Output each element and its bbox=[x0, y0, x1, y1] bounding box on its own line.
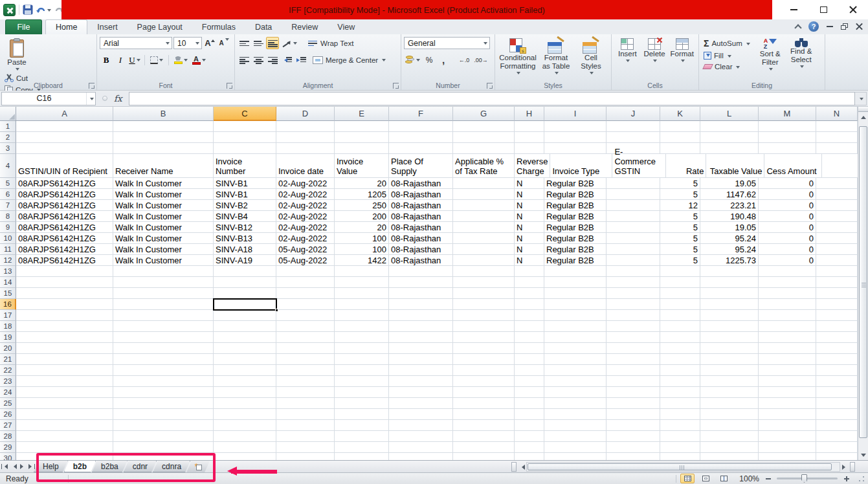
cell-C4[interactable]: Invoice Number bbox=[214, 154, 276, 178]
cell-F29[interactable] bbox=[389, 442, 453, 453]
cell-M16[interactable] bbox=[759, 299, 816, 310]
cell-J24[interactable] bbox=[606, 387, 660, 398]
cell-D15[interactable] bbox=[276, 288, 335, 299]
cell-J9[interactable] bbox=[606, 222, 660, 233]
cell-J25[interactable] bbox=[606, 398, 660, 409]
page-break-view-button[interactable] bbox=[717, 474, 731, 483]
cell-L16[interactable] bbox=[700, 299, 759, 310]
cell-D6[interactable]: 02-Aug-2022 bbox=[276, 189, 335, 200]
tab-split-handle[interactable] bbox=[850, 462, 855, 472]
cell-B17[interactable] bbox=[113, 310, 214, 321]
cell-I27[interactable] bbox=[544, 420, 606, 431]
cell-I29[interactable] bbox=[544, 442, 606, 453]
row-header-20[interactable]: 20 bbox=[0, 343, 16, 354]
cell-G28[interactable] bbox=[453, 431, 515, 442]
cell-D30[interactable] bbox=[276, 453, 335, 460]
cell-B12[interactable]: Walk In Customer bbox=[113, 255, 214, 266]
cell-M22[interactable] bbox=[759, 365, 816, 376]
decrease-decimal-button[interactable]: .00→ bbox=[473, 54, 489, 66]
cell-B1[interactable] bbox=[113, 121, 214, 132]
cell-N30[interactable] bbox=[816, 453, 858, 460]
column-header-I[interactable]: I bbox=[544, 107, 606, 121]
cell-I30[interactable] bbox=[544, 453, 606, 460]
row-header-28[interactable]: 28 bbox=[0, 431, 16, 442]
bottom-align-button[interactable] bbox=[266, 37, 279, 49]
cell-A18[interactable] bbox=[16, 321, 113, 332]
delete-cells-button[interactable]: Delete bbox=[641, 37, 669, 80]
save-icon[interactable] bbox=[23, 5, 33, 15]
wrap-text-button[interactable]: Wrap Text bbox=[306, 39, 355, 48]
cell-A16[interactable] bbox=[16, 299, 113, 310]
cell-M20[interactable] bbox=[759, 343, 816, 354]
cell-I8[interactable]: Regular B2B bbox=[544, 211, 606, 222]
cell-D24[interactable] bbox=[276, 387, 335, 398]
row-header-9[interactable]: 9 bbox=[0, 222, 16, 233]
cell-K14[interactable] bbox=[660, 277, 700, 288]
cell-L5[interactable]: 19.05 bbox=[700, 178, 759, 189]
column-header-L[interactable]: L bbox=[700, 107, 759, 121]
cell-A7[interactable]: 08ARJPS6142H1ZG bbox=[16, 200, 113, 211]
column-header-E[interactable]: E bbox=[335, 107, 389, 121]
cell-E12[interactable]: 1422 bbox=[335, 255, 389, 266]
comma-style-button[interactable]: , bbox=[437, 54, 450, 66]
cell-D13[interactable] bbox=[276, 266, 335, 277]
cell-L25[interactable] bbox=[700, 398, 759, 409]
shrink-font-button[interactable]: A bbox=[217, 37, 230, 49]
cell-E19[interactable] bbox=[335, 332, 389, 343]
cell-J4[interactable]: E-Commerce GSTIN bbox=[612, 154, 666, 178]
cell-B15[interactable] bbox=[113, 288, 214, 299]
zoom-slider-thumb[interactable] bbox=[801, 474, 807, 483]
row-header-26[interactable]: 26 bbox=[0, 409, 16, 420]
cell-M26[interactable] bbox=[759, 409, 816, 420]
cell-G19[interactable] bbox=[453, 332, 515, 343]
cell-B25[interactable] bbox=[113, 398, 214, 409]
cell-N19[interactable] bbox=[816, 332, 858, 343]
sort-filter-button[interactable]: A Z Sort & Filter bbox=[755, 37, 786, 80]
cell-L13[interactable] bbox=[700, 266, 759, 277]
cell-B24[interactable] bbox=[113, 387, 214, 398]
cell-D12[interactable]: 05-Aug-2022 bbox=[276, 255, 335, 266]
cell-D2[interactable] bbox=[276, 132, 335, 143]
cell-G7[interactable] bbox=[453, 200, 515, 211]
cell-C9[interactable]: SINV-B12 bbox=[214, 222, 276, 233]
cell-J16[interactable] bbox=[606, 299, 660, 310]
row-header-3[interactable]: 3 bbox=[0, 143, 16, 154]
column-header-F[interactable]: F bbox=[389, 107, 453, 121]
cell-L26[interactable] bbox=[700, 409, 759, 420]
cell-K3[interactable] bbox=[660, 143, 700, 154]
cell-N29[interactable] bbox=[816, 442, 858, 453]
cell-A1[interactable] bbox=[16, 121, 113, 132]
cell-C2[interactable] bbox=[214, 132, 276, 143]
cell-J18[interactable] bbox=[606, 321, 660, 332]
cell-C12[interactable]: SINV-A19 bbox=[214, 255, 276, 266]
cell-L14[interactable] bbox=[700, 277, 759, 288]
dialog-launcher-icon[interactable] bbox=[487, 83, 493, 89]
cell-K17[interactable] bbox=[660, 310, 700, 321]
cell-C21[interactable] bbox=[214, 354, 276, 365]
cell-C22[interactable] bbox=[214, 365, 276, 376]
cell-D3[interactable] bbox=[276, 143, 335, 154]
cell-F22[interactable] bbox=[389, 365, 453, 376]
cell-C18[interactable] bbox=[214, 321, 276, 332]
cell-I6[interactable]: Regular B2B bbox=[544, 189, 606, 200]
cell-B8[interactable]: Walk In Customer bbox=[113, 211, 214, 222]
cell-J2[interactable] bbox=[606, 132, 660, 143]
cell-N4[interactable] bbox=[822, 154, 858, 178]
cell-B13[interactable] bbox=[113, 266, 214, 277]
cell-M27[interactable] bbox=[759, 420, 816, 431]
cell-C29[interactable] bbox=[214, 442, 276, 453]
cell-E14[interactable] bbox=[335, 277, 389, 288]
cell-M4[interactable]: Cess Amount bbox=[764, 154, 822, 178]
sheet-tab-b2b[interactable]: b2b bbox=[64, 461, 96, 472]
cell-N11[interactable] bbox=[816, 244, 858, 255]
row-header-30[interactable]: 30 bbox=[0, 453, 16, 460]
cell-N12[interactable] bbox=[816, 255, 858, 266]
cell-G24[interactable] bbox=[453, 387, 515, 398]
cell-J7[interactable] bbox=[606, 200, 660, 211]
column-header-A[interactable]: A bbox=[16, 107, 113, 121]
cell-L24[interactable] bbox=[700, 387, 759, 398]
row-header-8[interactable]: 8 bbox=[0, 211, 16, 222]
cell-D20[interactable] bbox=[276, 343, 335, 354]
cell-C14[interactable] bbox=[214, 277, 276, 288]
cell-A21[interactable] bbox=[16, 354, 113, 365]
